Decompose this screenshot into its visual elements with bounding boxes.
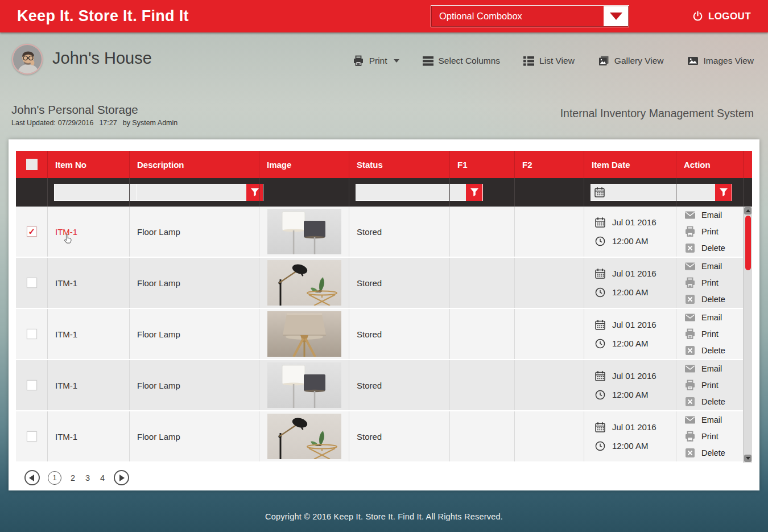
datepicker-button[interactable] <box>594 187 605 198</box>
select-columns-button[interactable]: Select Columns <box>423 55 501 67</box>
description-cell: Floor Lamp <box>129 360 259 410</box>
item-photo[interactable] <box>267 362 341 408</box>
item-photo[interactable] <box>267 260 341 306</box>
page-button-1[interactable]: 1 <box>48 471 61 485</box>
column-header-action[interactable]: Action <box>676 151 743 178</box>
filter-scroll-spacer <box>743 178 752 207</box>
email-label: Email <box>701 364 722 373</box>
filter-funnel-icon <box>250 188 259 197</box>
row-checkbox[interactable] <box>27 431 37 442</box>
columns-bars-icon <box>423 55 433 67</box>
print-action[interactable]: Print <box>684 328 719 340</box>
delete-action[interactable]: Delete <box>684 447 725 459</box>
item-no-link[interactable]: ITM-1 <box>55 432 77 442</box>
page-button-2[interactable]: 2 <box>69 473 76 482</box>
email-icon <box>684 363 696 374</box>
description-filter-input[interactable] <box>137 184 246 200</box>
print-button[interactable]: Print <box>353 55 399 67</box>
select-all-checkbox[interactable] <box>26 159 38 170</box>
filter-cell-f2 <box>514 178 584 207</box>
scroll-up-button[interactable] <box>744 207 752 215</box>
delete-icon <box>684 345 696 356</box>
delete-icon <box>684 294 696 305</box>
item-date-cell: Jul 01 2016 12:00 AM <box>584 309 676 359</box>
filter-cell-description <box>129 178 259 207</box>
delete-label: Delete <box>701 346 725 355</box>
delete-action[interactable]: Delete <box>684 294 725 305</box>
email-action[interactable]: Email <box>684 414 722 426</box>
item-photo[interactable] <box>267 209 341 254</box>
clock-icon <box>594 440 606 452</box>
print-action[interactable]: Print <box>684 380 719 391</box>
email-action[interactable]: Email <box>684 312 722 323</box>
email-action[interactable]: Email <box>684 363 722 374</box>
delete-label: Delete <box>701 448 725 457</box>
item-no-cell: ITM-1 <box>47 309 129 359</box>
clock-icon <box>594 236 606 247</box>
email-action[interactable]: Email <box>684 209 722 221</box>
page-button-3[interactable]: 3 <box>84 473 91 482</box>
avatar <box>12 44 43 75</box>
images-view-button[interactable]: Images View <box>687 55 754 67</box>
print-action[interactable]: Print <box>684 431 719 442</box>
email-action[interactable]: Email <box>684 261 722 272</box>
delete-action[interactable]: Delete <box>684 345 725 356</box>
image-cell <box>259 258 349 308</box>
delete-action[interactable]: Delete <box>684 242 725 254</box>
table-row: ITM-1 Floor Lamp Stored Jul 01 2016 12:0… <box>16 207 752 258</box>
app-bar: Keep It. Store It. Find It Optional Comb… <box>0 0 768 32</box>
filter-cell-status <box>349 178 449 207</box>
gallery-view-button[interactable]: Gallery View <box>598 55 664 67</box>
vertical-scrollbar[interactable] <box>743 207 752 463</box>
last-updated: Last Updated:07/29/201617:27by System Ad… <box>11 119 183 127</box>
previous-page-button[interactable] <box>24 470 40 485</box>
item-date-cell: Jul 01 2016 12:00 AM <box>584 411 676 461</box>
scroll-down-button[interactable] <box>744 455 752 462</box>
f1-cell <box>449 360 514 410</box>
item-date-value: Jul 01 2016 <box>612 217 656 227</box>
optional-combobox[interactable]: Optional Combobox <box>431 5 629 27</box>
column-header-f2[interactable]: F2 <box>514 151 584 178</box>
status-cell: Stored <box>349 360 449 410</box>
last-updated-date: 07/29/2016 <box>58 119 94 127</box>
filter-cell-item-date <box>584 178 676 207</box>
email-icon <box>684 312 696 323</box>
row-checkbox[interactable] <box>27 226 37 237</box>
logout-label: LOGOUT <box>708 11 751 22</box>
row-checkbox[interactable] <box>27 380 37 390</box>
row-checkbox[interactable] <box>27 329 37 339</box>
column-header-description[interactable]: Description <box>129 151 259 178</box>
print-action[interactable]: Print <box>684 226 719 237</box>
item-no-link[interactable]: ITM-1 <box>55 381 77 390</box>
row-checkbox[interactable] <box>27 278 37 288</box>
item-photo[interactable] <box>267 311 341 357</box>
calendar-icon <box>594 370 606 382</box>
calendar-icon <box>594 217 606 228</box>
printer-icon <box>353 55 364 67</box>
item-no-link[interactable]: ITM-1 <box>55 329 77 339</box>
column-header-image[interactable]: Image <box>259 151 349 178</box>
scrollbar-thumb[interactable] <box>745 216 751 270</box>
header-scroll-spacer <box>743 151 752 178</box>
f1-cell <box>449 309 514 359</box>
chevron-down-icon <box>394 59 399 63</box>
action-cell: Email Print Delete <box>676 360 743 410</box>
description-cell: Floor Lamp <box>129 309 259 359</box>
column-header-f1[interactable]: F1 <box>449 151 514 178</box>
logout-button[interactable]: LOGOUT <box>692 0 751 32</box>
delete-action[interactable]: Delete <box>684 396 725 407</box>
pagination: 1 2 3 4 <box>24 470 129 485</box>
combobox-dropdown-button[interactable] <box>604 6 628 26</box>
item-no-link[interactable]: ITM-1 <box>55 278 77 288</box>
list-view-button[interactable]: List View <box>523 55 575 67</box>
triangle-up-icon <box>746 209 750 212</box>
item-photo[interactable] <box>267 414 341 459</box>
column-header-status[interactable]: Status <box>349 151 449 178</box>
page-button-4[interactable]: 4 <box>99 473 106 482</box>
calendar-icon <box>594 319 606 331</box>
column-header-item-date[interactable]: Item Date <box>584 151 676 178</box>
print-action[interactable]: Print <box>684 277 719 288</box>
column-header-item-no[interactable]: Item No <box>47 151 129 178</box>
content-card: Item No Description Image Status F1 F2 I… <box>9 139 759 490</box>
next-page-button[interactable] <box>114 470 129 485</box>
